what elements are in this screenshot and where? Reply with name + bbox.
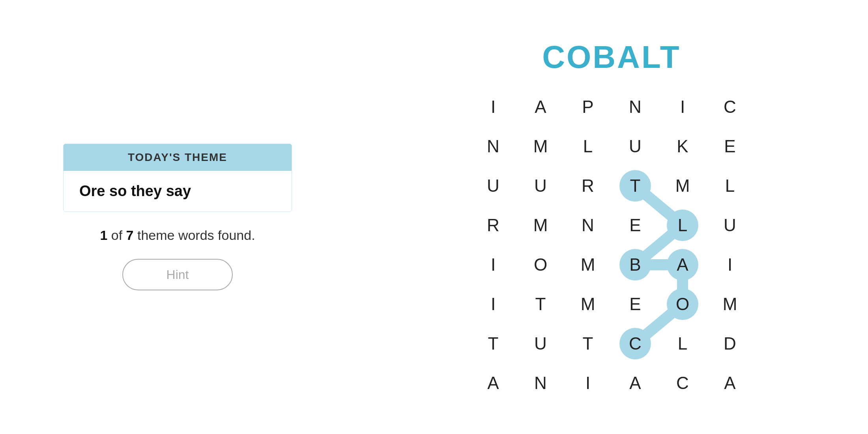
grid-cell[interactable]: A	[706, 363, 754, 403]
progress-found: 1	[100, 228, 107, 243]
grid-cell[interactable]: M	[659, 166, 706, 206]
grid-cell[interactable]: E	[612, 206, 659, 245]
grid-cell[interactable]: N	[564, 206, 612, 245]
highlighted-bubble: B	[619, 249, 651, 281]
grid-cell[interactable]: U	[470, 166, 517, 206]
grid-cell[interactable]: O	[517, 245, 564, 284]
hint-button[interactable]: Hint	[122, 259, 233, 290]
grid-cell[interactable]: E	[612, 284, 659, 324]
grid-cell[interactable]: L	[659, 324, 706, 363]
grid-cell[interactable]: M	[517, 206, 564, 245]
highlighted-bubble: C	[619, 328, 651, 359]
grid-cell[interactable]: I	[470, 245, 517, 284]
hint-label: Hint	[166, 268, 189, 282]
highlighted-bubble: L	[667, 210, 698, 241]
grid-cell[interactable]: A	[612, 363, 659, 403]
grid-cell[interactable]: R	[470, 206, 517, 245]
grid-cell[interactable]: L	[706, 166, 754, 206]
grid-cell[interactable]: I	[706, 245, 754, 284]
grid-cell[interactable]: C	[706, 87, 754, 127]
app-container: TODAY'S THEME Ore so they say 1 of 7 the…	[0, 0, 868, 434]
grid-cell[interactable]: T	[612, 166, 659, 206]
grid-cell[interactable]: M	[564, 245, 612, 284]
grid-cell[interactable]: M	[706, 284, 754, 324]
highlighted-bubble: T	[619, 170, 651, 202]
grid-cell[interactable]: L	[659, 206, 706, 245]
progress-of: of	[107, 228, 126, 243]
grid-cell[interactable]: N	[470, 127, 517, 166]
highlighted-bubble: A	[667, 249, 698, 281]
grid-cell[interactable]: B	[612, 245, 659, 284]
grid-cell[interactable]: P	[564, 87, 612, 127]
grid-cell[interactable]: C	[612, 324, 659, 363]
progress-text: 1 of 7 theme words found.	[100, 228, 255, 243]
grid-cell[interactable]: I	[470, 284, 517, 324]
right-panel: COBALT IAPNICNMLUKEUURTMLRMNELUIOMBAIITM…	[355, 0, 868, 434]
progress-total: 7	[126, 228, 134, 243]
grid-cell[interactable]: T	[517, 284, 564, 324]
grid-cell[interactable]: I	[659, 87, 706, 127]
grid-cell[interactable]: N	[517, 363, 564, 403]
grid-cell[interactable]: M	[517, 127, 564, 166]
grid-cell[interactable]: I	[470, 87, 517, 127]
grid-cell[interactable]: L	[564, 127, 612, 166]
grid-cell[interactable]: E	[706, 127, 754, 166]
grid-cell[interactable]: D	[706, 324, 754, 363]
grid-cell[interactable]: R	[564, 166, 612, 206]
highlighted-bubble: O	[667, 288, 698, 320]
grid-cell[interactable]: U	[706, 206, 754, 245]
grid-cell[interactable]: U	[517, 166, 564, 206]
theme-label: TODAY'S THEME	[64, 144, 292, 171]
grid-cell[interactable]: C	[659, 363, 706, 403]
grid-cell[interactable]: A	[659, 245, 706, 284]
grid-cell[interactable]: T	[470, 324, 517, 363]
grid-cell[interactable]: T	[564, 324, 612, 363]
grid-cell[interactable]: K	[659, 127, 706, 166]
grid-cell[interactable]: A	[517, 87, 564, 127]
theme-box: TODAY'S THEME Ore so they say	[63, 144, 292, 212]
letter-grid: IAPNICNMLUKEUURTMLRMNELUIOMBAIITMEOMTUTC…	[470, 87, 754, 403]
theme-text: Ore so they say	[79, 183, 276, 200]
grid-cell[interactable]: M	[564, 284, 612, 324]
grid-cell[interactable]: U	[612, 127, 659, 166]
grid-cell[interactable]: O	[659, 284, 706, 324]
grid-cell[interactable]: A	[470, 363, 517, 403]
grid-cell[interactable]: N	[612, 87, 659, 127]
grid-cell[interactable]: U	[517, 324, 564, 363]
grid-wrapper: IAPNICNMLUKEUURTMLRMNELUIOMBAIITMEOMTUTC…	[470, 87, 754, 403]
progress-suffix: theme words found.	[134, 228, 255, 243]
left-panel: TODAY'S THEME Ore so they say 1 of 7 the…	[0, 0, 355, 434]
game-title: COBALT	[542, 39, 681, 75]
grid-cell[interactable]: I	[564, 363, 612, 403]
